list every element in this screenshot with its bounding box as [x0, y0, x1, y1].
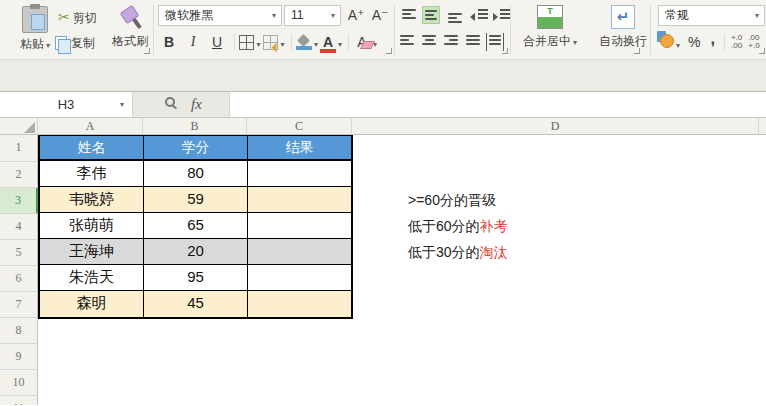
align-middle-button[interactable]: [422, 6, 440, 24]
clipboard-dialog-launcher[interactable]: [144, 48, 150, 54]
column-header-d[interactable]: D: [352, 118, 759, 135]
cell-b2-score[interactable]: 80: [144, 161, 248, 186]
copy-label: 复制: [71, 36, 95, 50]
formula-input[interactable]: [231, 92, 766, 117]
select-all-corner[interactable]: [0, 118, 38, 135]
cut-button[interactable]: ✂剪切: [58, 7, 97, 27]
merge-center-dropdown-icon[interactable]: ▾: [573, 38, 577, 47]
column-header-b[interactable]: B: [143, 118, 247, 135]
cell-b4-score[interactable]: 65: [144, 213, 248, 238]
row-header-9[interactable]: 9: [0, 344, 38, 370]
cell-a5-name[interactable]: 王海坤: [40, 239, 144, 264]
name-box-dropdown-icon[interactable]: ▾: [120, 92, 124, 117]
merge-center-label: 合并居中: [523, 34, 571, 48]
decrease-font-button[interactable]: A⁻: [369, 5, 391, 26]
cell-b5-score[interactable]: 20: [144, 239, 248, 264]
merge-center-icon: T: [537, 5, 563, 29]
cell-c4-result[interactable]: [248, 213, 351, 238]
merge-dialog-launcher[interactable]: [634, 48, 640, 54]
cell-a7-name[interactable]: 森明: [40, 291, 144, 317]
cut-label: 剪切: [73, 11, 97, 25]
cell-b7-score[interactable]: 45: [144, 291, 248, 317]
row-header-2[interactable]: 2: [0, 162, 38, 188]
insert-function-button[interactable]: fx: [191, 92, 202, 117]
row-header-10[interactable]: 10: [0, 370, 38, 396]
row-header-11[interactable]: 11: [0, 396, 38, 405]
sheet-grid: A B C D 1 2 3 4 5 6 7 8 9 10 11 姓名 学分 结果: [0, 118, 766, 406]
borders-grid-icon: [239, 35, 254, 50]
alignment-dialog-launcher[interactable]: [502, 48, 508, 54]
font-dialog-launcher[interactable]: [386, 48, 392, 54]
formula-bar: H3 ▾ fx: [0, 92, 766, 118]
annotation-eliminate[interactable]: 低于30分的淘汰: [408, 243, 508, 261]
column-header-partial[interactable]: [759, 118, 766, 135]
number-dialog-launcher[interactable]: [759, 48, 765, 54]
draw-border-button[interactable]: ▾: [263, 31, 285, 53]
table-row: 森明 45: [40, 291, 351, 317]
cell-b3-score[interactable]: 59: [144, 187, 248, 212]
increase-font-button[interactable]: A⁺: [345, 5, 367, 26]
row-header-3-active[interactable]: 3: [0, 188, 38, 214]
font-color-button[interactable]: A▾: [320, 31, 342, 53]
row-header-6[interactable]: 6: [0, 266, 38, 292]
percent-format-button[interactable]: %: [688, 34, 700, 50]
header-cell-name[interactable]: 姓名: [40, 136, 144, 159]
cell-c2-result[interactable]: [248, 161, 351, 186]
row-header-5[interactable]: 5: [0, 240, 38, 266]
clear-format-button[interactable]: A▾: [353, 31, 377, 53]
document-tab-bar: P ↶ ↷ ▾ W 我的WPS × 常用函数.xlsx * × +: [0, 60, 766, 92]
cell-c3-result[interactable]: [248, 187, 351, 212]
fill-color-button[interactable]: ▾: [296, 31, 318, 53]
currency-format-button[interactable]: ▾: [656, 31, 680, 53]
align-left-button[interactable]: [398, 33, 416, 51]
paste-button[interactable]: 粘贴▾: [8, 4, 62, 57]
number-format-select[interactable]: 常规 ▾: [658, 5, 765, 26]
bold-button[interactable]: B: [158, 31, 180, 53]
annotation-text: 低于30分的: [408, 244, 480, 260]
row-header-1[interactable]: 1: [0, 135, 38, 162]
header-cell-score[interactable]: 学分: [144, 136, 248, 159]
annotation-promote[interactable]: >=60分的晋级: [408, 191, 496, 209]
merge-center-button[interactable]: T 合并居中▾: [512, 4, 588, 57]
align-bottom-button[interactable]: [446, 7, 464, 25]
comma-format-button[interactable]: ,: [710, 30, 714, 48]
row-header-8[interactable]: 8: [0, 318, 38, 344]
column-header-c[interactable]: C: [247, 118, 352, 135]
annotation-retake[interactable]: 低于60分的补考: [408, 217, 508, 235]
annotation-text: >=60分的晋级: [408, 192, 496, 208]
font-family-select[interactable]: 微软雅黑 ▾: [158, 5, 282, 26]
font-size-select[interactable]: 11 ▾: [284, 5, 341, 26]
row-header-4[interactable]: 4: [0, 214, 38, 240]
clear-format-icon: A: [353, 34, 371, 50]
cell-c6-result[interactable]: [248, 265, 351, 290]
paste-dropdown-icon[interactable]: ▾: [46, 41, 50, 50]
cell-c7-result[interactable]: [248, 291, 351, 317]
italic-button[interactable]: I: [182, 31, 204, 53]
cell-a4-name[interactable]: 张萌萌: [40, 213, 144, 238]
underline-button[interactable]: U: [206, 31, 228, 53]
cell-a3-name[interactable]: 韦晓婷: [40, 187, 144, 212]
align-top-button[interactable]: [400, 7, 418, 25]
wrap-text-icon: ↵: [611, 5, 635, 29]
column-header-a[interactable]: A: [38, 118, 143, 135]
increase-decimal-button[interactable]: +.0 .00: [731, 34, 742, 50]
header-cell-result[interactable]: 结果: [248, 136, 351, 159]
decrease-indent-button[interactable]: [470, 7, 490, 25]
cell-c5-result[interactable]: [248, 239, 351, 264]
borders-button[interactable]: ▾: [239, 31, 261, 53]
cell-a2-name[interactable]: 李伟: [40, 161, 144, 186]
decrease-decimal-button[interactable]: .00 +.0: [748, 34, 759, 50]
wps-spreadsheet-window: 粘贴▾ ✂剪切 复制 格式刷 微软雅黑 ▾ 11 ▾ A⁺ A⁻ B I U ▾: [0, 0, 766, 406]
align-center-button[interactable]: [420, 33, 438, 51]
copy-button[interactable]: 复制: [55, 33, 95, 53]
cell-name-box[interactable]: H3 ▾: [0, 92, 133, 117]
annotation-highlight: 补考: [480, 218, 508, 234]
cell-a6-name[interactable]: 朱浩天: [40, 265, 144, 290]
search-function-icon[interactable]: [165, 97, 175, 107]
justify-button[interactable]: [464, 33, 482, 51]
row-header-7[interactable]: 7: [0, 292, 38, 318]
increase-indent-button[interactable]: [492, 7, 512, 25]
cell-b6-score[interactable]: 95: [144, 265, 248, 290]
wrap-text-button[interactable]: ↵ 自动换行: [592, 4, 654, 57]
align-right-button[interactable]: [442, 33, 460, 51]
